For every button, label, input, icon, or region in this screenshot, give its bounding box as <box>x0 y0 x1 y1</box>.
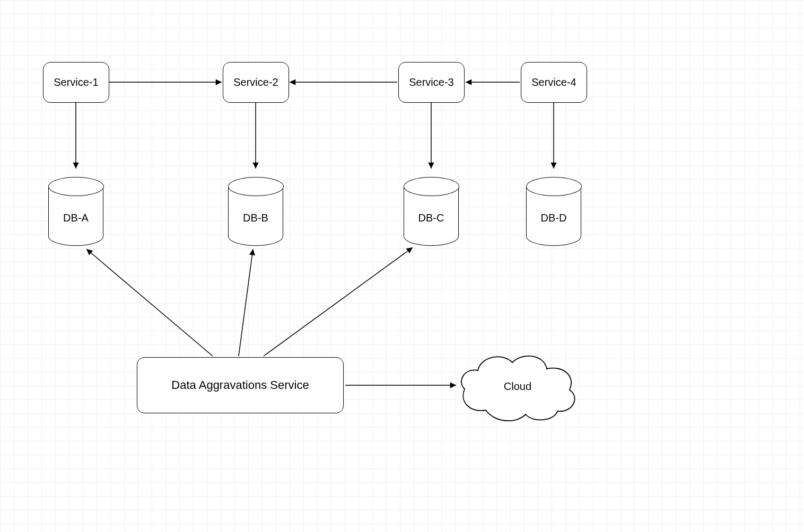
db-d-node: DB-D <box>526 187 581 246</box>
service-4-label: Service-4 <box>531 76 576 88</box>
service-1-node: Service-1 <box>43 62 109 103</box>
service-2-node: Service-2 <box>223 62 289 103</box>
diagram-canvas: Service-1 Service-2 Service-3 Service-4 … <box>0 0 804 532</box>
service-3-label: Service-3 <box>409 76 453 88</box>
db-a-node: DB-A <box>48 187 103 246</box>
cloud-label: Cloud <box>504 380 531 393</box>
cloud-label-wrap: Cloud <box>454 347 581 426</box>
service-4-node: Service-4 <box>521 62 587 103</box>
db-c-label: DB-C <box>418 212 444 224</box>
aggregator-label: Data Aggravations Service <box>171 378 309 392</box>
db-b-label: DB-B <box>243 212 268 224</box>
db-d-label: DB-D <box>541 212 567 224</box>
db-a-label: DB-A <box>63 212 89 224</box>
cloud-node: Cloud <box>454 347 581 426</box>
aggregator-node: Data Aggravations Service <box>137 357 344 413</box>
service-1-label: Service-1 <box>54 76 98 88</box>
db-b-node: DB-B <box>228 187 283 246</box>
service-2-label: Service-2 <box>233 76 278 88</box>
db-c-node: DB-C <box>404 187 459 246</box>
service-3-node: Service-3 <box>398 62 465 103</box>
